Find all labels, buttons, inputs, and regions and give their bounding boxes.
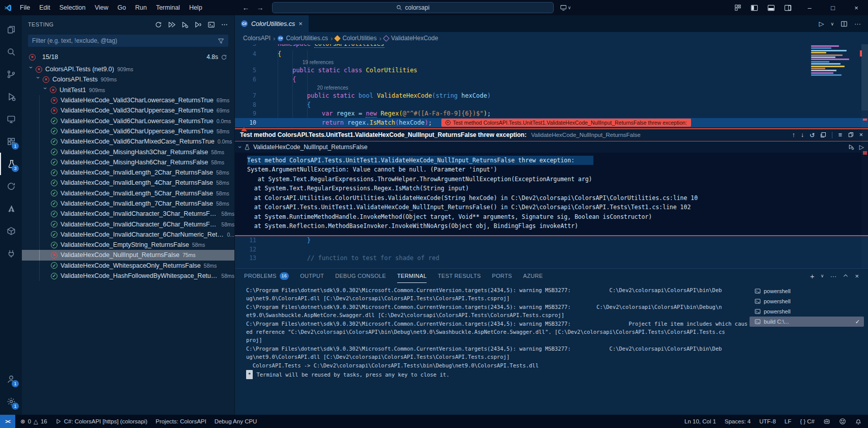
tab-colorutilities[interactable]: C# ColorUtilities.cs ×	[235, 15, 309, 32]
copilot-item[interactable]	[823, 418, 830, 425]
command-center-search[interactable]: colorsapi	[272, 2, 554, 13]
test-row[interactable]: ✓ValidateHexCode_Valid6CharUppercase_Ret…	[22, 126, 234, 136]
code-editor[interactable]: 3namespace ColorsAPI.Utilities4{19 refer…	[235, 44, 868, 268]
language-mode[interactable]: { } C#	[800, 418, 815, 424]
menu-view[interactable]: View	[90, 0, 113, 15]
test-row[interactable]: ×ValidateHexCode_Valid3CharUppercase_Ret…	[22, 105, 234, 116]
menu-run[interactable]: Run	[131, 0, 152, 15]
menu-edit[interactable]: Edit	[35, 0, 55, 15]
settings-item[interactable]: 1	[0, 390, 22, 413]
test-row[interactable]: ✓ValidateHexCode_HashFollowedByWhitespac…	[22, 271, 234, 281]
encoding[interactable]: UTF-8	[759, 418, 776, 424]
remote-menu-button[interactable]: ∨	[560, 4, 572, 11]
terminal-instance[interactable]: powershell	[750, 286, 864, 296]
test-row[interactable]: ✓ValidateHexCode_InvalidCharacter_3Char_…	[22, 209, 234, 219]
panel-tab-problems[interactable]: PROBLEMS16	[244, 269, 289, 283]
codelens-references[interactable]: 20 references	[235, 84, 868, 92]
terminal-output[interactable]: C:\Program Files\dotnet\sdk\9.0.302\Micr…	[246, 286, 746, 413]
nav-back-icon[interactable]: ←	[243, 4, 250, 12]
run-debug-item[interactable]	[0, 85, 22, 108]
chevron-down-icon[interactable]: ›	[42, 87, 49, 93]
toggle-secondary-sidebar-icon[interactable]	[784, 4, 792, 12]
next-match-icon[interactable]: ↓	[801, 131, 804, 138]
test-row[interactable]: ✓ValidateHexCode_InvalidCharacter_6CharN…	[22, 230, 234, 240]
test-row[interactable]: ›×UnitTest1909ms	[22, 85, 234, 95]
close-button[interactable]: ×	[845, 0, 868, 15]
plug-item[interactable]	[0, 242, 22, 265]
minimize-button[interactable]: –	[798, 0, 821, 15]
test-row[interactable]: ✓ValidateHexCode_Valid6CharMixedCase_Ret…	[22, 136, 234, 147]
eol[interactable]: LF	[785, 418, 791, 424]
debugall-icon[interactable]	[181, 21, 189, 28]
test-row[interactable]: ✓ValidateHexCode_InvalidLength_5Char_Ret…	[22, 188, 234, 198]
toggle-panel-icon[interactable]	[767, 4, 775, 12]
search-item[interactable]	[0, 41, 22, 63]
projects-item[interactable]: Projects: ColorsAPI	[156, 418, 206, 424]
panel-tab-output[interactable]: OUTPUT	[300, 269, 324, 283]
terminal-instance[interactable]: powershell	[750, 296, 864, 306]
breadcrumb-colorsapi[interactable]: ColorsAPI	[243, 35, 271, 42]
filter-icon[interactable]	[218, 38, 224, 44]
split-editor-icon[interactable]	[841, 20, 848, 27]
panel-tab-test-results[interactable]: TEST RESULTS	[438, 269, 481, 283]
panel-more-icon[interactable]: ···	[830, 272, 836, 280]
panel-tab-ports[interactable]: PORTS	[492, 269, 512, 283]
close-panel-icon[interactable]: ×	[855, 272, 859, 280]
rerun-icon[interactable]	[221, 54, 227, 61]
chevron-down-icon[interactable]: ›	[27, 67, 35, 72]
coverage-icon[interactable]	[194, 21, 202, 28]
more-icon[interactable]	[221, 21, 228, 28]
tab-close-icon[interactable]: ×	[298, 20, 303, 27]
feedback-item[interactable]	[839, 418, 846, 425]
debug-config-item[interactable]: C#: ColorsAPI [https] (colorsapi)	[55, 418, 147, 424]
menu-terminal[interactable]: Terminal	[152, 0, 185, 15]
maximize-panel-icon[interactable]	[843, 273, 849, 279]
termbox-icon[interactable]	[207, 21, 215, 28]
test-row[interactable]: ✓ValidateHexCode_EmptyString_ReturnsFals…	[22, 240, 234, 250]
test-row[interactable]: ✓ValidateHexCode_InvalidLength_7Char_Ret…	[22, 198, 234, 209]
test-row[interactable]: ✓ValidateHexCode_MissingHash6Char_Return…	[22, 157, 234, 167]
copy-icon[interactable]	[848, 132, 854, 138]
source-control-item[interactable]	[0, 63, 22, 85]
indentation[interactable]: Spaces: 4	[725, 418, 751, 424]
terminal-instance[interactable]: powershell	[750, 306, 864, 317]
chevron-down-icon[interactable]: ›	[35, 77, 42, 82]
testing-item[interactable]: 3	[0, 153, 22, 175]
menu-help[interactable]: Help	[185, 0, 207, 15]
cursor-position[interactable]: Ln 10, Col 1	[684, 418, 716, 424]
terminal-instance[interactable]: build C:\...✓	[750, 317, 864, 327]
notifications-item[interactable]	[855, 418, 862, 425]
test-row[interactable]: ×ValidateHexCode_Valid3CharLowercase_Ret…	[22, 95, 234, 105]
history-icon[interactable]: ↺	[810, 131, 815, 139]
menu-go[interactable]: Go	[113, 0, 131, 15]
codelens-references[interactable]: 19 references	[235, 59, 868, 66]
test-row[interactable]: ✓ValidateHexCode_WhitespaceOnly_ReturnsF…	[22, 261, 234, 271]
editor-scrollbar[interactable]	[861, 44, 868, 268]
test-row[interactable]: ›×ColorsAPI.Tests (net9.0)909ms	[22, 64, 234, 74]
containers-item[interactable]	[0, 220, 22, 242]
extensions-item[interactable]: 1	[0, 130, 22, 153]
chevron-down-icon[interactable]: ›	[236, 146, 244, 148]
minimap[interactable]	[811, 45, 861, 79]
new-terminal-icon[interactable]: +	[810, 272, 815, 280]
debug-test-icon[interactable]	[848, 144, 854, 151]
remote-explorer-item[interactable]	[0, 108, 22, 130]
previous-match-icon[interactable]: ↑	[792, 131, 795, 138]
run-dropdown-icon[interactable]: ∨	[830, 21, 834, 26]
test-row[interactable]: ×ValidateHexCode_NullInput_ReturnsFalse7…	[22, 250, 234, 260]
test-row[interactable]: ✓ValidateHexCode_InvalidCharacter_6Char_…	[22, 219, 234, 229]
accounts-item[interactable]: 1	[0, 368, 22, 390]
open-in-editor-icon[interactable]	[820, 132, 826, 138]
list-view-icon[interactable]: ≡	[838, 131, 842, 138]
test-row[interactable]: ✓ValidateHexCode_Valid6CharLowercase_Ret…	[22, 116, 234, 126]
breadcrumb-colorutilities[interactable]: ColorUtilities	[335, 35, 376, 42]
build-config-item[interactable]: Debug Any CPU	[215, 418, 257, 424]
test-row[interactable]: ✓ValidateHexCode_MissingHash3Char_Return…	[22, 147, 234, 157]
sync-item[interactable]	[0, 175, 22, 197]
breadcrumb-validatehexcode[interactable]: ValidateHexCode	[384, 35, 438, 42]
panel-tab-terminal[interactable]: TERMINAL	[397, 269, 427, 283]
more-actions-icon[interactable]: ···	[854, 20, 861, 27]
problems-status[interactable]: ⊗ 0 △ 16	[20, 418, 47, 425]
menu-selection[interactable]: Selection	[55, 0, 90, 15]
customize-layout-icon[interactable]	[734, 4, 741, 12]
